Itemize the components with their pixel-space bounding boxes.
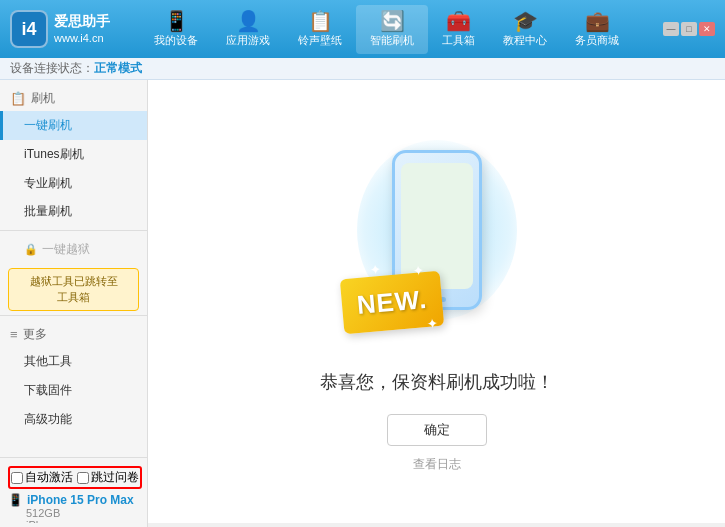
nav-ringtone-icon: 📋 xyxy=(308,11,333,31)
auto-activate-label[interactable]: 自动激活 xyxy=(11,469,73,486)
status-bar: 设备连接状态： 正常模式 xyxy=(0,58,725,80)
nav-apps-icon: 👤 xyxy=(236,11,261,31)
lock-icon: 🔒 xyxy=(24,243,38,256)
sidebar-divider-2 xyxy=(0,315,147,316)
close-button[interactable]: ✕ xyxy=(699,22,715,36)
nav-bar: 📱 我的设备 👤 应用游戏 📋 铃声壁纸 🔄 智能刷机 🧰 工具箱 🎓 教程中心… xyxy=(120,5,653,54)
sidebar: 📋 刷机 一键刷机 iTunes刷机 专业刷机 批量刷机 🔒 一键越狱 越狱工具… xyxy=(0,80,148,523)
nav-tools[interactable]: 🧰 工具箱 xyxy=(428,5,489,54)
sidebar-jailbreak-disabled: 🔒 一键越狱 xyxy=(0,235,147,264)
sidebar-warning-text: 越狱工具已跳转至工具箱 xyxy=(8,268,139,311)
more-section-icon: ≡ xyxy=(10,327,18,342)
header: i4 爱思助手 www.i4.cn 📱 我的设备 👤 应用游戏 📋 铃声壁纸 🔄… xyxy=(0,0,725,58)
skip-backup-label[interactable]: 跳过问卷 xyxy=(77,469,139,486)
window-controls: — □ ✕ xyxy=(663,22,715,36)
nav-device-icon: 📱 xyxy=(164,11,189,31)
confirm-button[interactable]: 确定 xyxy=(387,414,487,446)
sidebar-one-click-flash[interactable]: 一键刷机 xyxy=(0,111,147,140)
checkbox-highlight: 自动激活 跳过问卷 xyxy=(8,466,142,489)
content-area: NEW. ✦ ✦ ✦ 恭喜您，保资料刷机成功啦！ 确定 查看日志 xyxy=(148,80,725,523)
sparkle-2: ✦ xyxy=(411,262,424,279)
nav-tutorial[interactable]: 🎓 教程中心 xyxy=(489,5,561,54)
nav-ringtone[interactable]: 📋 铃声壁纸 xyxy=(284,5,356,54)
device-storage: 512GB xyxy=(8,507,139,519)
bottom-content: V7.98.66 客服 微信公众号 检查更新 xyxy=(148,523,725,527)
bottom-sidebar: 阻止iTunes运行 xyxy=(0,523,148,527)
more-section-header: ≡ 更多 xyxy=(0,320,147,347)
nav-service[interactable]: 💼 务员商城 xyxy=(561,5,633,54)
nav-tools-icon: 🧰 xyxy=(446,11,471,31)
sidebar-itunes-flash[interactable]: iTunes刷机 xyxy=(0,140,147,169)
logo-text: 爱思助手 www.i4.cn xyxy=(54,12,110,47)
nav-flash-icon: 🔄 xyxy=(380,11,405,31)
view-log-link[interactable]: 查看日志 xyxy=(413,456,461,473)
nav-service-icon: 💼 xyxy=(585,11,610,31)
sparkle-3: ✦ xyxy=(426,315,439,332)
nav-apps[interactable]: 👤 应用游戏 xyxy=(212,5,284,54)
checkbox-group: 自动激活 跳过问卷 xyxy=(11,469,139,486)
sparkle-1: ✦ xyxy=(368,261,381,278)
sidebar-batch-flash[interactable]: 批量刷机 xyxy=(0,197,147,226)
sidebar-divider-1 xyxy=(0,230,147,231)
skip-backup-checkbox[interactable] xyxy=(77,472,89,484)
sidebar-pro-flash[interactable]: 专业刷机 xyxy=(0,169,147,198)
phone-illustration: NEW. ✦ ✦ ✦ xyxy=(337,130,537,350)
device-icon: 📱 xyxy=(8,493,23,507)
device-divider xyxy=(0,457,147,458)
new-badge: NEW. ✦ ✦ ✦ xyxy=(339,271,443,335)
sidebar-other-tools[interactable]: 其他工具 xyxy=(0,347,147,376)
device-panel: 自动激活 跳过问卷 📱 iPhone 15 Pro Max 512GB iPho… xyxy=(0,462,147,523)
device-name: 📱 iPhone 15 Pro Max xyxy=(8,493,139,507)
main-layout: 📋 刷机 一键刷机 iTunes刷机 专业刷机 批量刷机 🔒 一键越狱 越狱工具… xyxy=(0,80,725,523)
sidebar-download-fw[interactable]: 下载固件 xyxy=(0,376,147,405)
nav-my-device[interactable]: 📱 我的设备 xyxy=(140,5,212,54)
sidebar-advanced[interactable]: 高级功能 xyxy=(0,405,147,434)
bottom-bar: 阻止iTunes运行 V7.98.66 客服 微信公众号 检查更新 xyxy=(0,523,725,527)
nav-tutorial-icon: 🎓 xyxy=(513,11,538,31)
maximize-button[interactable]: □ xyxy=(681,22,697,36)
flash-section-icon: 📋 xyxy=(10,91,26,106)
logo-area: i4 爱思助手 www.i4.cn xyxy=(10,10,120,48)
nav-smart-flash[interactable]: 🔄 智能刷机 xyxy=(356,5,428,54)
auto-activate-checkbox[interactable] xyxy=(11,472,23,484)
success-title: 恭喜您，保资料刷机成功啦！ xyxy=(320,370,554,394)
app-logo-icon: i4 xyxy=(10,10,48,48)
minimize-button[interactable]: — xyxy=(663,22,679,36)
header-right: — □ ✕ xyxy=(663,22,715,36)
flash-section-header: 📋 刷机 xyxy=(0,84,147,111)
